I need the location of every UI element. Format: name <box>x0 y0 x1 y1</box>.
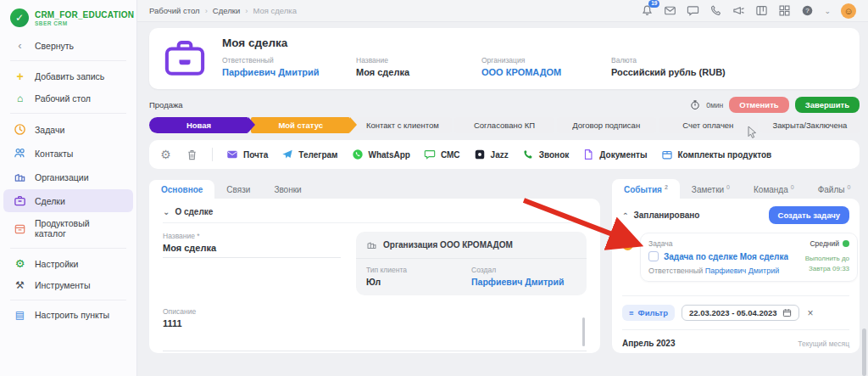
tab-team[interactable]: Команда0 <box>742 179 806 199</box>
sidebar-item-contacts[interactable]: Контакты <box>3 142 133 165</box>
megaphone-icon[interactable] <box>732 4 745 17</box>
whatsapp-icon <box>352 149 364 160</box>
tab-events[interactable]: События2 <box>612 179 680 199</box>
user-avatar[interactable]: ☺ <box>841 3 856 19</box>
funnel-name: Продажа <box>149 100 183 109</box>
stage-my-status[interactable]: Мой статус <box>251 117 350 133</box>
sidebar-item-desktop[interactable]: ⌂ Рабочий стол <box>3 88 133 109</box>
building-icon <box>14 171 26 183</box>
task-title-link[interactable]: Задача по сделке Моя сделка <box>664 252 788 261</box>
organization-card[interactable]: Организация ООО КРОМАДОМ Тип клиента Юл … <box>356 232 587 295</box>
creator-link[interactable]: Парфиевич Дмитрий <box>471 277 576 287</box>
sidebar-item-organizations[interactable]: Организации <box>3 166 133 188</box>
tab-relations[interactable]: Связи <box>214 180 262 199</box>
clear-filter-icon[interactable]: × <box>808 307 814 319</box>
window-scrollbar[interactable] <box>862 328 866 376</box>
stage-closed[interactable]: Закрыта/Заключена <box>760 117 860 133</box>
month-header: Апрель 2023 <box>622 339 675 348</box>
breadcrumb-deals[interactable]: Сделки <box>213 6 240 15</box>
breadcrumb-separator: › <box>205 6 208 15</box>
task-card[interactable]: Задача Задача по сделке Моя сделка Ответ… <box>640 233 858 282</box>
responsible-link[interactable]: Парфиевич Дмитрий <box>222 67 332 77</box>
stage-invoice-paid[interactable]: Счет оплачен <box>659 117 758 133</box>
chevron-left-icon: ‹ <box>14 40 26 51</box>
stage-new[interactable]: Новая <box>149 117 248 133</box>
help-icon[interactable]: ? <box>801 4 814 17</box>
chevron-down-icon[interactable]: ⌄ <box>824 7 831 15</box>
organization-link[interactable]: ООО КРОМАДОМ <box>481 67 587 77</box>
phone-icon[interactable] <box>709 4 722 17</box>
app-logo[interactable]: ✓ CRM_FOR_EDUCATION SBER CRM <box>0 7 136 34</box>
field-responsible: Ответственный Парфиевич Дмитрий <box>222 56 332 77</box>
apps-grid-icon[interactable] <box>778 4 791 17</box>
jazz-action[interactable]: Jazz <box>474 149 509 160</box>
logo-subtitle: SBER CRM <box>35 20 134 26</box>
clock-icon <box>14 123 26 136</box>
timeline-task-dot <box>622 239 633 250</box>
notification-badge: 19 <box>648 0 659 8</box>
whatsapp-action[interactable]: WhatsApp <box>352 149 410 160</box>
task-checkbox[interactable] <box>648 251 659 261</box>
divider <box>10 300 126 300</box>
documents-action[interactable]: Документы <box>582 149 647 160</box>
add-record-button[interactable]: + Добавить запись <box>3 65 133 87</box>
breadcrumb-desktop[interactable]: Рабочий стол <box>149 6 200 15</box>
call-action[interactable]: Звонок <box>522 149 570 160</box>
telegram-action[interactable]: Телеграм <box>281 149 337 160</box>
deal-form-column: Основное Связи Звонки ⌄ О сделке Названи… <box>149 178 600 353</box>
sidebar-item-configure-menu[interactable]: ▤ Настроить пункты <box>3 305 133 325</box>
section-about-deal[interactable]: ⌄ О сделке <box>163 207 587 223</box>
sidebar-item-tools[interactable]: ⚒ Инструменты <box>3 275 133 295</box>
create-task-button[interactable]: Создать задачу <box>769 206 849 224</box>
name-value[interactable]: Моя сделка <box>163 243 341 258</box>
tab-calls[interactable]: Звонки <box>262 180 313 199</box>
chat-icon[interactable] <box>687 4 699 17</box>
name-field[interactable]: Название * Моя сделка <box>163 232 341 295</box>
cancel-deal-button[interactable]: Отменить <box>729 97 788 113</box>
description-scrollbar[interactable] <box>582 317 585 346</box>
tab-main[interactable]: Основное <box>149 180 214 199</box>
notifications-bell-icon[interactable]: 19 <box>641 4 654 17</box>
sidebar-item-product-catalog[interactable]: Продуктовый каталог <box>3 213 133 244</box>
tab-files[interactable]: Файлы0 <box>806 179 863 199</box>
stage-contract-signed[interactable]: Договор подписан <box>557 117 656 133</box>
date-range-input[interactable]: 22.03.2023 - 05.04.2023 <box>682 305 799 321</box>
sidebar-item-tasks[interactable]: Задачи <box>3 118 133 141</box>
divider <box>10 113 126 114</box>
jazz-icon <box>474 149 486 160</box>
due-label: Выполнить до <box>788 254 849 264</box>
sms-icon <box>424 149 436 160</box>
stage-client-contact[interactable]: Контакт с клиентом <box>353 117 452 133</box>
mail-icon[interactable] <box>664 4 676 17</box>
stopwatch-icon <box>690 99 700 110</box>
sidebar-item-settings[interactable]: ⚙ Настройки <box>3 253 133 274</box>
actions-toolbar: ⚙ Почта Телеграм WhatsApp СМС Jazz <box>149 140 860 169</box>
breadcrumb-current: Моя сделка <box>253 6 297 15</box>
product-kits-action[interactable]: Комплекты продуктов <box>661 149 772 160</box>
filter-icon: ≡ <box>629 308 634 317</box>
filter-button[interactable]: ≡ Фильтр <box>622 305 675 321</box>
mail-action[interactable]: Почта <box>226 149 268 160</box>
description-field[interactable]: Описание 1111 <box>163 307 587 351</box>
stage-kp-approved[interactable]: Согласовано КП <box>454 117 554 133</box>
telegram-icon <box>281 149 293 160</box>
add-record-label: Добавить запись <box>35 71 104 81</box>
collapse-sidebar-button[interactable]: ‹ Свернуть <box>3 35 133 56</box>
board-icon[interactable] <box>755 4 768 17</box>
svg-text:?: ? <box>806 7 810 14</box>
settings-gear-icon[interactable]: ⚙ <box>159 149 172 160</box>
deal-briefcase-icon <box>163 36 207 79</box>
events-column: События2 Заметки0 Команда0 Файлы0 ⌃ Запл… <box>612 178 860 353</box>
org-card-title: Организация ООО КРОМАДОМ <box>383 240 513 250</box>
description-value[interactable]: 1111 <box>163 318 587 351</box>
files-count: 0 <box>847 184 850 190</box>
sms-action[interactable]: СМС <box>424 149 460 160</box>
tab-notes[interactable]: Заметки0 <box>680 179 742 199</box>
finish-deal-button[interactable]: Завершить <box>795 97 860 113</box>
sidebar: ✓ CRM_FOR_EDUCATION SBER CRM ‹ Свернуть … <box>0 0 137 376</box>
task-responsible-link[interactable]: Парфиевич Дмитрий <box>705 267 779 275</box>
planned-section-toggle[interactable]: ⌃ Запланировано <box>622 210 699 220</box>
sidebar-item-deals[interactable]: Сделки <box>3 189 133 212</box>
trash-icon[interactable] <box>186 149 198 161</box>
field-currency: Валюта Российский рубль (RUB) <box>611 56 726 77</box>
